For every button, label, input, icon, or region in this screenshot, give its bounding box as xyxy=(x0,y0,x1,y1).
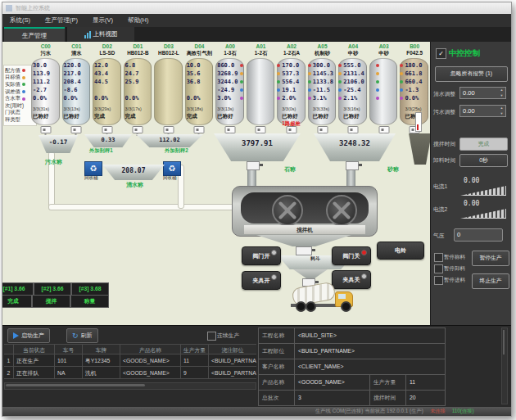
row-part: <BUILD_PARTNAME xyxy=(209,367,256,379)
target-value xyxy=(371,70,398,78)
error-value: -8.6 xyxy=(64,86,91,94)
actual-value: 3244.0 xyxy=(217,78,244,86)
silo-id: A02 xyxy=(276,43,307,49)
table-row[interactable]: 1 正在生产 101 粤Y12345 <GOODS_NAME> 11 <BUIL… xyxy=(4,355,256,367)
bell-button[interactable]: 电铃 xyxy=(377,242,424,260)
valve-open-button[interactable]: 阀门开 xyxy=(242,246,281,265)
silo-id: A01 xyxy=(246,43,277,49)
menu-item[interactable]: 显示(V) xyxy=(85,14,120,27)
silo-id: D04 xyxy=(184,43,215,49)
table-header-row: 当前状态 车号 车牌 产品名称 生产方量 浇注部位 xyxy=(4,344,256,355)
mixer-label: 搅拌机 xyxy=(244,225,365,234)
row-volume: 11 xyxy=(181,355,209,367)
moisture-value: 0.0% xyxy=(125,94,152,102)
moisture-value xyxy=(371,94,398,102)
panel-vertical-scrollbar[interactable] xyxy=(501,327,508,404)
silo-id: A04 xyxy=(337,43,369,49)
continuous-production-checkbox[interactable] xyxy=(207,332,216,341)
info-label: 工程部位 xyxy=(259,344,295,359)
silo-outlet-valve-icon xyxy=(163,126,174,133)
tab-feeding-view-label: 上料视图 xyxy=(93,27,118,42)
target-value: 537.3 xyxy=(282,70,309,78)
production-panel: 启动生产 ↻ 刷新 连续生产 当前状态 车号 车牌 产品名称 生产方量 浇注部位 xyxy=(2,325,511,407)
batch-count: 3/3(16s) xyxy=(343,106,370,112)
pause-discharge-checkbox[interactable] xyxy=(434,264,443,273)
info-label: 总批次 xyxy=(259,391,295,406)
moisture-value: 3.1% xyxy=(313,94,340,102)
silo-status: 已称好 xyxy=(282,112,309,120)
silo-name: 中砂 xyxy=(369,50,400,57)
valve-close-button[interactable]: 阀门关 xyxy=(332,246,371,265)
batch-count: 3/3(33s) xyxy=(313,106,340,112)
additive-scale-1: 0.33 xyxy=(84,134,132,147)
table-horizontal-scrollbar[interactable] xyxy=(4,382,256,390)
silo-column: D03 HB012-L xyxy=(153,43,184,135)
silo-values: 860.0 3268.9 3244.0 -24.9 3.0% 3/3(13s) … xyxy=(217,61,244,127)
current1-ramp-icon xyxy=(460,186,506,196)
stop-production-button[interactable]: 终止生产 xyxy=(472,273,509,289)
sand-scale-outlet-icon xyxy=(346,161,359,170)
scrollbar-thumb[interactable] xyxy=(503,330,505,355)
pause-discharge-label: 暂停卸料 xyxy=(444,265,465,273)
water-adjust-input[interactable]: 0.00 ▲▼ xyxy=(459,87,506,99)
menu-item[interactable]: 系统(S) xyxy=(2,14,38,27)
menu-item[interactable]: 生产管理(P) xyxy=(38,14,85,27)
spinner-arrows-icon[interactable]: ▲▼ xyxy=(499,106,505,115)
silo-column: D02 LS-SD 12.0 43.4 44.5 0.0% 3/3(29s) 完… xyxy=(92,43,123,135)
silo-name: 高效引气剂 xyxy=(184,50,215,57)
stone-scale-label: 石称 xyxy=(284,165,296,174)
ignore-alarms-button[interactable]: 忽略所有报警 (1) xyxy=(435,66,508,82)
info-value: 20 xyxy=(406,391,446,406)
silo-id: A05 xyxy=(307,43,338,49)
table-header-cell: 产品名称 xyxy=(120,344,181,355)
recipe-value: 170.0 xyxy=(282,61,309,70)
table-row[interactable]: 2 正在排队 NA 洗机 <GOODS_NAME> 9 <BUILD_PARTN… xyxy=(4,367,256,379)
sewage-adjust-input[interactable]: 0.00 ▲▼ xyxy=(459,105,506,117)
row-number: 1 xyxy=(4,355,14,367)
start-production-button[interactable]: 启动生产 xyxy=(7,328,50,343)
current2-ramp-icon xyxy=(460,209,506,219)
spinner-arrows-icon[interactable]: ▲▼ xyxy=(499,88,505,97)
silo-column: D01 HB012-B 6.8 24.7 25.9 0.0% 3/3(17s) … xyxy=(123,43,154,135)
actual-value: 2106.0 xyxy=(343,78,370,86)
actual-value: 44.5 xyxy=(94,78,121,86)
mixer-truck-icon xyxy=(287,284,358,312)
pause-feed-checkbox[interactable] xyxy=(434,276,443,285)
phase-mixing: 搅拌 xyxy=(32,295,70,308)
pressure-input[interactable]: 0 xyxy=(454,228,503,242)
target-value: 3268.9 xyxy=(217,70,244,78)
order-info-grid: 工程名称 <BUILD_SITE> 工程部位 <BUILD_PARTNAME> … xyxy=(258,327,446,406)
silo-values: 555.0 2131.4 2106.0 -25.4 2.1% 3/3(16s) … xyxy=(343,61,370,127)
tab-bar: 生产管理 上料视图 xyxy=(2,27,511,42)
moisture-value: 0.0% xyxy=(33,94,60,102)
pause-production-button[interactable]: 暂停生产 xyxy=(472,251,509,266)
recipe-value: 12.0 xyxy=(94,61,121,70)
refresh-button[interactable]: ↻ 刷新 xyxy=(66,328,98,343)
tab-production-manage[interactable]: 生产管理 xyxy=(4,27,65,42)
silo-outlet-valve-icon xyxy=(133,126,143,133)
info-value: <BUILD_SITE> xyxy=(295,328,446,344)
silo-column: A02 1-2石A 170.0 537.3 556.4 19.1 2.0% 3/… xyxy=(276,43,307,135)
menu-item[interactable]: 帮助(H) xyxy=(120,14,156,27)
valve-close-indicator xyxy=(361,250,367,255)
clamp-open-button[interactable]: 夹具开 xyxy=(242,271,281,290)
pause-weigh-checkbox[interactable] xyxy=(434,253,443,262)
silo-column: A04 中砂 555.0 2131.4 2106.0 -25.4 2.1% 3/… xyxy=(337,43,369,135)
target-value: 24.7 xyxy=(125,70,152,78)
central-control-checkbox[interactable]: ✓ xyxy=(436,48,446,59)
scrollbar-thumb[interactable] xyxy=(6,384,145,386)
recipe-value: 555.0 xyxy=(343,61,370,70)
mix-time-button[interactable]: 完成 xyxy=(459,138,508,151)
water-scale: 208.07 xyxy=(102,165,165,180)
moisture-value: 0.0% xyxy=(187,94,214,102)
discharge-time-button[interactable]: 0秒 xyxy=(459,154,508,167)
silo-id: A00 xyxy=(215,43,246,49)
silo-values: 30.0 113.9 111.2 -2.7 0.0% 3/3(31s) 已称好 xyxy=(33,61,60,127)
status-dots-icon xyxy=(338,64,342,105)
table-header-cell: 车号 xyxy=(55,344,83,355)
legend-dot-icon xyxy=(22,111,25,115)
silo-status xyxy=(371,112,398,120)
actual-value xyxy=(156,78,183,86)
info-value: 11 xyxy=(406,375,446,391)
tab-feeding-view[interactable]: 上料视图 xyxy=(66,27,134,42)
